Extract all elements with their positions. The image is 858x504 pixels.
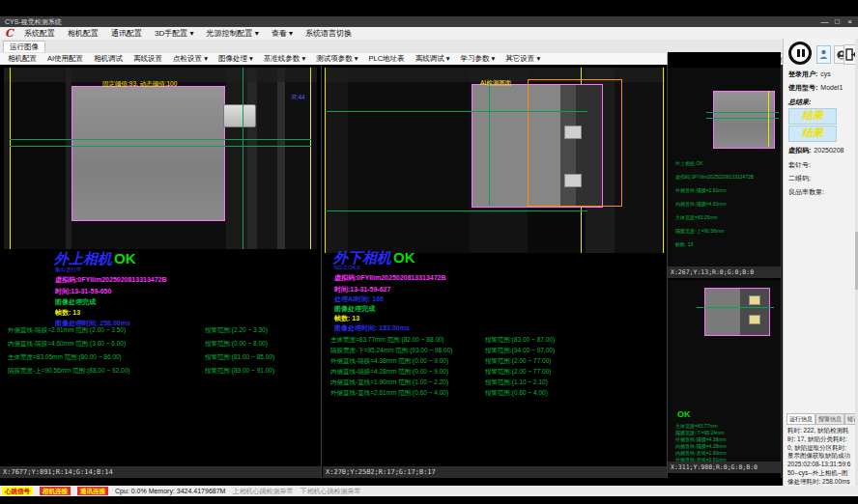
user-mode-button[interactable] [816,45,831,64]
thumb-text-line: 主体宽度=83.05mm [675,214,718,220]
menu-items: 系统配置 相机配置 通讯配置 3D手配置 ▾ 光源控制配置 ▾ 查看 ▾ 系统语… [24,27,352,40]
toolbar: 相机配置 AI使用配置 相机调试 离线设置 点检设置 ▾ 图像处理 ▾ 基准线参… [0,52,667,65]
measurement-row: 内侧直线-隔膜=4.60mm 范围:(3.00 ~ 6.00) 报警范围:(0.… [0,340,321,349]
yield-count-label: 良品率数量: [788,187,824,197]
contact-spot [564,126,582,139]
menu-view[interactable]: 查看 ▾ [272,28,293,39]
measure-line [10,139,311,140]
measurement-row: 外侧直线-隔膜=4.38mm 范围:(0.00 ~ 9.00) 报警范围:(2.… [323,357,667,366]
barcode-text: 虚拟码:0FYIiim2025020813313472B [55,275,167,285]
capture-time: 时间:13-31-59-650 [55,287,111,296]
app-window: CYS-视觉检测系统 — □ × C 系统配置 相机配置 通讯配置 3D手配置 … [0,0,858,504]
alarm-range-text: 报警范围:(0.60 ~ 4.00) [485,389,548,398]
ai-time-text: 处理AI时间: 166 [334,294,384,304]
tool-camera-config[interactable]: 相机配置 [8,54,37,64]
measurement-text: 主体宽度=83.05mm 范围:(80.00 ~ 86.00) [8,353,122,362]
pause-icon [802,49,805,57]
vcode-label: 虚拟码: [788,147,811,154]
log-tab-run[interactable]: 运行信息 [786,413,815,425]
tool-image-process[interactable]: 图像处理 ▾ [218,54,253,64]
menu-camera-config[interactable]: 相机配置 [68,28,99,39]
measure-line-vertical [243,68,243,249]
ai-view-overlay-label: AI检测画面 [480,79,511,88]
contact-spot [564,174,582,187]
measurement-text: 隔膜宽度-下=95.24mm 范围:(93.00 ~ 98.00) [330,347,452,355]
measure-line [697,307,774,308]
window-title: CYS-视觉检测系统 [5,16,62,27]
log-tab-alarm[interactable]: 报警信息 [815,413,844,425]
tab-strip [0,40,783,52]
thumbnail-view-2[interactable]: OK 主体宽度=83.77mm 隔膜宽度-下=95.24mm 外侧直线-隔膜=4… [668,280,781,462]
thumb-text-line: 隔膜宽度-上=90.56mm [675,228,724,234]
measurement-row: 主体宽度=83.05mm 范围:(80.00 ~ 86.00) 报警范围:(81… [0,353,321,362]
menu-light-config[interactable]: 光源控制配置 ▾ [206,28,258,39]
process-done-text: 图像处理完成 [334,304,375,314]
minimize-button[interactable]: — [818,16,831,27]
measurement-row: 主体宽度=83.77mm 范围:(82.00 ~ 88.00) 报警范围:(83… [323,336,667,345]
vcode-row: 虚拟码:20250208 [788,146,844,155]
thumb-product-box [713,91,775,149]
tool-camera-debug[interactable]: 相机调试 [94,54,123,64]
model-row: 使用型号:Model1 [788,83,843,93]
lower-camera-heartbeat-status: 下相机心跳检测异常 [300,487,360,496]
log-text: 耗时: 222, 缺陷检测耗时: 17, 缺陷分类耗时: 0, 缺陷提取分区耗时… [787,427,853,486]
comm-link-badge: 通讯连接 [77,487,108,495]
model-label: 使用型号: [788,84,817,91]
measure-line [327,210,587,211]
thumb-text-line: 虚拟码:0FYIiim2025020813313472B [675,174,754,180]
tool-test-params[interactable]: 测试项参数 ▾ [316,54,358,64]
tool-other-settings[interactable]: 其它设置 ▾ [505,54,540,64]
thumbnail-view-1[interactable]: 外上相机 OK 虚拟码:0FYIiim2025020813313472B 外侧直… [668,68,781,266]
thumb-text-line: 内侧直线-隔膜=4.60mm [675,201,727,207]
upper-camera-image[interactable]: 固定阈值:93, 动态阈值:100 R:44 [4,68,317,249]
vcode-value: 20250208 [814,147,844,154]
thumb-text-line: 隔膜宽度-下=95.24mm [675,430,724,435]
pause-icon [797,49,800,57]
menu-language-switch[interactable]: 系统语言切换 [305,28,352,39]
measure-line [327,111,587,112]
person-icon [819,49,828,60]
pause-button[interactable] [788,42,812,65]
lower-camera-view: AI检测画面 外下相机OK NG:0;OK:0 虚拟码:0FYIiim20250… [323,65,667,478]
menu-3d-hand-config[interactable]: 3D手配置 ▾ [155,28,193,39]
output-status: 输出进行中 [55,266,82,273]
capture-time: 时间:13-31-59-627 [334,285,390,294]
qr-label: 二维码: [788,174,811,183]
log-tabs: 运行信息 报警信息 错误信息 [786,413,858,425]
tool-offline-debug[interactable]: 离线调试 ▾ [415,54,450,64]
maximize-button[interactable]: □ [831,16,844,27]
frame-count: 帧数: 13 [334,314,359,323]
pixel-coords-readout: X:267;Y:13;R:0;G:0;B:0 [668,266,781,278]
contact-spot [749,315,760,324]
thumbnail-column: 外上相机 OK 虚拟码:0FYIiim2025020813313472B 外侧直… [668,52,781,478]
menu-comm-config[interactable]: 通讯配置 [111,28,142,39]
tool-spot-check[interactable]: 点检设置 ▾ [173,54,208,64]
alarm-range-text: 报警范围:(2.00 ~ 77.00) [485,357,551,366]
measurement-text: 外侧直线-直线=2.61mm 范围:(0.60 ~ 4.00) [330,389,448,398]
pixel-coords-readout: X:311;Y:980;R:0;G:0;B:0 [668,462,781,473]
model-value: Model1 [820,84,843,91]
tool-offline-setting[interactable]: 离线设置 [133,54,162,64]
alarm-range-text: 报警范围:(2.20 ~ 3.30) [205,326,268,335]
product-region-box [72,86,225,221]
status-bar: 心跳信号 相机连接 通讯连接 Cpu: 0.0% Memory: 3424.41… [0,486,858,496]
frame-count: 帧数: 13 [55,308,80,318]
close-button[interactable]: × [844,16,856,27]
process-done-text: 图像处理完成 [55,297,96,307]
roi-line-right [663,68,664,253]
pixel-coords-readout: X:270;Y:2502;R:17;G:17;B:17 [323,466,667,478]
radius-marker-label: R:44 [292,94,305,100]
thumb-text-line: 外上相机 OK [675,160,703,166]
tool-ai-use-config[interactable]: AI使用配置 [47,54,83,64]
measurement-row: 内侧直线-直线=1.90mm 范围:(1.00 ~ 2.20) 报警范围:(1.… [323,378,667,387]
tool-baseline-params[interactable]: 基准线参数 ▾ [264,54,305,64]
tool-learn-params[interactable]: 学习参数 ▾ [460,54,495,64]
menu-system-config[interactable]: 系统配置 [24,28,55,39]
thumb-text-line: 内侧直线-直线=1.90mm [675,450,727,456]
measurement-text: 内侧直线-隔膜=4.28mm 范围:(0.00 ~ 9.00) [330,368,448,377]
contact-spot [749,295,760,305]
alarm-range-text: 报警范围:(81.00 ~ 85.00) [205,353,274,362]
lower-camera-image[interactable]: AI检测画面 [325,68,665,253]
login-user-label: 登录用户: [788,70,817,77]
tool-plc-address[interactable]: PLC地址表 [369,54,405,64]
